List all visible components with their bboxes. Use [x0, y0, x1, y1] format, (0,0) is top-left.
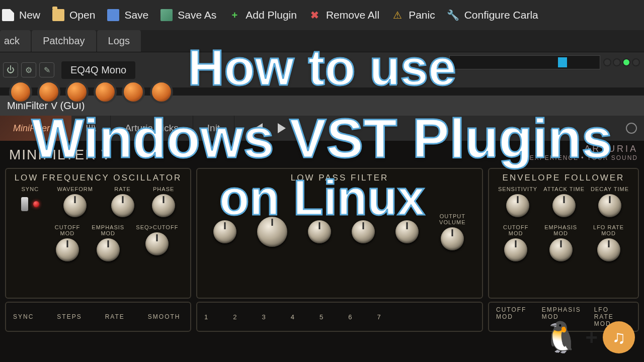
tab-patchbay[interactable]: Patchbay: [32, 30, 96, 52]
rack-controls: ⏻ ⚙ ✎: [3, 62, 61, 77]
library-button[interactable]: III\: [71, 116, 111, 141]
env-cutoffmod-label: CUTOFF MOD: [503, 224, 528, 236]
env-emphmod-label: EMPHASIS MOD: [544, 224, 577, 236]
open-button[interactable]: Open: [52, 9, 95, 21]
lfo-panel: LOW FREQUENCY OSCILLATOR SYNC WAVEFORM R…: [5, 168, 191, 299]
corner-badges: 🐧 + ♫: [542, 319, 635, 355]
envelope-panel: ENVELOPE FOLLOWER SENSITIVITY ATTACK TIM…: [488, 168, 639, 299]
main-toolbar: New Open Save Save As + Add Plugin ✖ Rem…: [0, 0, 644, 30]
phase-label: PHASE: [153, 186, 174, 192]
brand-name: ARTURIA: [530, 144, 638, 154]
output-label: OUTPUT VOLUME: [439, 213, 465, 225]
tab-logs[interactable]: Logs: [97, 30, 141, 52]
decay-knob[interactable]: [598, 194, 621, 217]
seq-cutoffmod-label: CUTOFF MOD: [496, 306, 529, 327]
step-num[interactable]: 7: [377, 313, 380, 321]
eq-mini-knobs: [9, 80, 173, 104]
new-label: New: [19, 9, 40, 21]
sensitivity-knob[interactable]: [506, 194, 529, 217]
next-preset-button[interactable]: [278, 123, 291, 133]
remove-all-label: Remove All: [326, 9, 379, 21]
decay-label: DECAY TIME: [591, 186, 629, 192]
step-num[interactable]: 6: [348, 313, 352, 321]
save-as-label: Save As: [178, 9, 216, 21]
attack-knob[interactable]: [552, 194, 576, 217]
plus-icon: +: [228, 9, 240, 21]
prev-preset-button[interactable]: [250, 123, 263, 133]
env-amount-knob[interactable]: [352, 220, 375, 243]
rate-knob[interactable]: [111, 194, 134, 217]
eq-knob[interactable]: [122, 80, 145, 104]
sens-label: SENSITIVITY: [498, 186, 537, 192]
lowpass-panel: LOW PASS FILTER OUTPUT VOLUME: [196, 168, 483, 299]
level-meter: [449, 55, 600, 69]
brand-tagline: ARTURIA EXPERIENCE • YOUR SOUND: [530, 144, 638, 161]
env-cutoff-mod-knob[interactable]: [504, 238, 527, 261]
step-num[interactable]: 5: [319, 313, 323, 321]
emphasis-mod-knob[interactable]: [97, 238, 120, 261]
bank-selector[interactable]: Arturia Picks: [111, 116, 193, 141]
drywet-knob[interactable]: [395, 220, 419, 243]
step-num[interactable]: 3: [262, 313, 265, 321]
seq-cutoff-knob[interactable]: [145, 232, 169, 255]
save-as-button[interactable]: Save As: [160, 9, 216, 21]
env-lforate-mod-knob[interactable]: [597, 238, 620, 261]
power-button[interactable]: ⏻: [3, 62, 18, 77]
edit-button[interactable]: ✎: [39, 62, 54, 77]
status-leds: [603, 58, 640, 66]
eq-knob[interactable]: [150, 80, 173, 104]
tab-rack[interactable]: ack: [0, 30, 31, 52]
preset-selector[interactable]: Init: [193, 116, 234, 141]
rate-label: RATE: [114, 186, 131, 192]
eq-knob[interactable]: [94, 80, 117, 104]
sequencer-panel: SYNC STEPS RATE SMOOTH: [5, 302, 191, 332]
cutoff-knob[interactable]: [257, 217, 287, 247]
folder-open-icon: [52, 9, 64, 21]
sequencer-steps: 1 2 3 4 5 6 7: [196, 302, 483, 332]
x-icon: ✖: [309, 9, 321, 21]
panic-button[interactable]: ⚠ Panic: [391, 9, 435, 21]
attack-label: ATTACK TIME: [543, 186, 585, 192]
new-button[interactable]: New: [2, 9, 40, 21]
save-button[interactable]: Save: [107, 9, 148, 21]
add-plugin-label: Add Plugin: [246, 9, 297, 21]
cutoffmod-label: CUTOFF MOD: [55, 224, 80, 236]
plus-icon: +: [585, 325, 598, 349]
step-num[interactable]: 2: [233, 313, 236, 321]
seq-rate-label: RATE: [105, 313, 125, 320]
plugin-brand-tab[interactable]: MiniFilter V: [0, 116, 71, 141]
settings-button[interactable]: ⚙: [21, 62, 36, 77]
cutoff-mod-knob[interactable]: [56, 238, 79, 261]
emphmod-label: EMPHASIS MOD: [92, 224, 124, 236]
seq-smooth-label: SMOOTH: [148, 313, 181, 320]
sync-label: SYNC: [22, 186, 39, 192]
music-note-icon: ♫: [603, 321, 635, 353]
drive-knob[interactable]: [213, 220, 236, 243]
rack-strip: ⏻ ⚙ ✎ EQ4Q Mono: [0, 52, 644, 87]
output-volume-knob[interactable]: [441, 227, 464, 250]
warning-icon: ⚠: [391, 9, 404, 21]
eq-knob[interactable]: [9, 80, 32, 104]
configure-button[interactable]: 🔧 Configure Carla: [447, 9, 538, 21]
env-title: ENVELOPE FOLLOWER: [495, 173, 632, 183]
new-file-icon: [2, 9, 14, 21]
rack-meters: [449, 55, 640, 69]
env-emphasis-mod-knob[interactable]: [549, 238, 573, 261]
plugin-name-display[interactable]: EQ4Q Mono: [61, 61, 135, 79]
add-plugin-button[interactable]: + Add Plugin: [228, 9, 297, 21]
eq-knob[interactable]: [65, 80, 89, 104]
phase-knob[interactable]: [152, 194, 175, 217]
emphasis-knob[interactable]: [308, 220, 331, 243]
led-icon: [613, 58, 621, 66]
step-num[interactable]: 4: [291, 313, 294, 321]
sync-switch[interactable]: [21, 197, 28, 211]
configure-label: Configure Carla: [464, 9, 538, 21]
waveform-knob[interactable]: [63, 194, 87, 217]
plugin-header: MiniFilter V III\ Arturia Picks Init: [0, 116, 644, 141]
step-num[interactable]: 1: [204, 313, 208, 321]
eq-knob[interactable]: [37, 80, 60, 104]
tux-penguin-icon: 🐧: [542, 319, 580, 355]
floppy-pencil-icon: [160, 9, 173, 21]
midi-learn-icon[interactable]: [626, 123, 637, 134]
remove-all-button[interactable]: ✖ Remove All: [309, 9, 379, 21]
